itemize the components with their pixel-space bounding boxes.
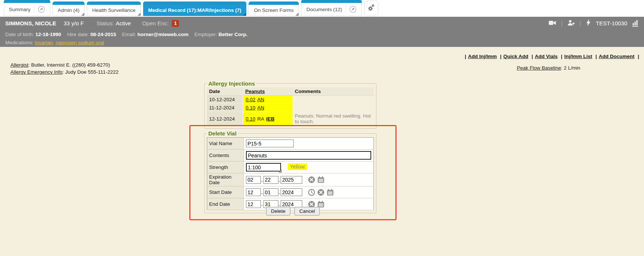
tab-label: On Screen Forms	[254, 7, 294, 13]
start-day-input[interactable]	[263, 188, 278, 196]
col-header-date: Date	[207, 87, 243, 96]
open-in-new-icon[interactable]	[345, 6, 357, 13]
allergy-injections-section: Allergy Injections Date Peanuts Comments…	[204, 80, 376, 129]
clear-date-icon[interactable]	[317, 189, 325, 196]
expiration-year-input[interactable]	[281, 176, 302, 184]
calendar-icon[interactable]	[326, 189, 334, 196]
medication-separator: ,	[53, 40, 54, 45]
tab-summary[interactable]: Summary	[4, 0, 50, 16]
medications-row: Medications: losartan, naproxen sodium o…	[5, 38, 639, 46]
injection-date: 11-12-2024	[207, 104, 243, 112]
add-person-icon[interactable]	[567, 19, 575, 28]
col-header-peanuts: Peanuts	[243, 87, 293, 96]
open-in-new-icon[interactable]	[34, 6, 45, 13]
code-link[interactable]: AN	[257, 105, 264, 111]
strength-input[interactable]	[246, 163, 281, 172]
contents-input[interactable]	[246, 151, 371, 160]
allergist-line: Allergist: Butler, Internist E. ((260) 4…	[10, 61, 119, 68]
peak-flow-link[interactable]: Peak Flow Baseline	[517, 65, 561, 71]
allergy-emergency-link[interactable]: Allergy Emergency Info	[10, 69, 63, 75]
medication-link[interactable]: naproxen sodium oral	[56, 40, 104, 45]
links-divider: |	[638, 54, 639, 59]
reaction-text: RA	[257, 116, 264, 122]
dob-value: 12-18-1990	[35, 32, 61, 37]
status-value: Active	[116, 20, 131, 26]
clear-date-icon[interactable]	[308, 176, 315, 183]
delete-button[interactable]: Delete	[266, 207, 290, 215]
tab-label: Health Surveillance	[92, 7, 135, 13]
tab-label: Admin (4)	[58, 7, 80, 13]
form-buttons: Delete Cancel	[189, 207, 397, 215]
header-divider: |	[580, 20, 581, 27]
patient-id: TEST-10030	[596, 20, 627, 26]
injection-comment	[293, 104, 374, 112]
tab-documents[interactable]: Documents (12)	[301, 0, 362, 16]
resize-grip[interactable]	[246, 163, 281, 172]
dob-label: Date of birth:	[5, 32, 34, 37]
clock-time-icon[interactable]	[308, 189, 315, 196]
start-year-input[interactable]	[281, 188, 302, 196]
video-camera-icon[interactable]	[548, 19, 556, 28]
open-enc-label: Open Enc:	[142, 20, 168, 26]
status-label: Status:	[97, 20, 114, 26]
dose-link[interactable]: 0.10	[246, 105, 255, 111]
lightning-bolt-icon[interactable]	[585, 19, 591, 28]
medication-link[interactable]: losartan	[35, 40, 53, 45]
calendar-icon[interactable]	[317, 176, 325, 183]
form-row-expiration-date: Expiration Date --	[207, 173, 374, 186]
open-encounter-badge[interactable]: 1	[172, 20, 179, 27]
email-value: horner@mieweb.com	[138, 32, 189, 37]
employer-label: Employer:	[195, 32, 217, 37]
links-divider: |	[531, 54, 533, 59]
add-inj-imm-link[interactable]: Add Inj/Imm	[468, 54, 497, 59]
links-divider: |	[561, 54, 562, 59]
tab-health-surveillance[interactable]: Health Surveillance	[87, 1, 141, 16]
tab-admin[interactable]: Admin (4)	[53, 1, 85, 16]
col-header-comments: Comments	[293, 87, 374, 96]
employer-value: Better Corp.	[218, 32, 247, 37]
field-label: Start Date	[207, 186, 244, 198]
section-title: Delete Vial	[207, 130, 238, 137]
delete-vial-section: Delete Vial Vial Name Contents Strength …	[204, 130, 376, 213]
dose-link[interactable]: 0.02	[246, 97, 255, 102]
peak-flow-baseline: Peak Flow Baseline: 2 L/min	[517, 65, 580, 71]
section-title: Allergy Injections	[207, 80, 256, 87]
peanuts-column-link[interactable]: Peanuts	[245, 89, 265, 94]
date-separator: -	[279, 178, 281, 184]
start-month-input[interactable]	[246, 188, 261, 196]
tab-medical-record[interactable]: Medical Record (17):MAR/Injections (7)	[143, 1, 247, 16]
table-row: 11-12-2024 0.10AN	[207, 104, 374, 112]
links-divider: |	[465, 54, 466, 59]
inj-imm-list-link[interactable]: Inj/Imm List	[564, 54, 592, 59]
patient-age-sex: 33 y/o F	[64, 20, 84, 26]
expiration-day-input[interactable]	[263, 176, 278, 184]
patient-header: SIMMONS, NICOLE 33 y/o F Status: Active …	[0, 17, 644, 47]
tab-on-screen-forms[interactable]: On Screen Forms	[249, 1, 299, 16]
settings-gears-button[interactable]	[364, 1, 378, 16]
tab-label: Documents (12)	[306, 7, 342, 12]
delete-vial-form: Vial Name Contents Strength Yellow Expir…	[207, 137, 374, 210]
add-vials-link[interactable]: Add Vials	[535, 54, 558, 59]
code-link[interactable]: IEB	[266, 116, 275, 122]
date-separator: -	[279, 191, 281, 196]
add-document-link[interactable]: Add Document	[599, 54, 634, 59]
injection-dose-cell: 0.10AN	[243, 104, 293, 112]
quick-add-link[interactable]: Quick Add	[503, 54, 528, 59]
strength-color-note: Yellow	[288, 163, 307, 170]
patient-summary-row: SIMMONS, NICOLE 33 y/o F Status: Active …	[5, 17, 639, 30]
cancel-button[interactable]: Cancel	[294, 207, 320, 215]
field-label: Contents	[207, 150, 244, 161]
allergist-value: : Butler, Internist E. ((260) 459-6270)	[28, 62, 110, 68]
injection-comment: Peanuts: Normal red swelling. Hot to tou…	[293, 112, 374, 126]
chart-flowsheet-icon[interactable]	[632, 19, 639, 28]
code-link[interactable]: AN	[257, 97, 264, 102]
vial-name-input[interactable]	[246, 140, 294, 147]
email-label: Email:	[122, 32, 136, 37]
app-window: Summary Admin (4) Health Surveillance Me…	[0, 0, 644, 256]
injection-dose-cell: 0.10RAIEB	[243, 112, 293, 126]
dose-link[interactable]: 0.10	[246, 116, 255, 122]
gears-icon	[367, 4, 375, 13]
expiration-month-input[interactable]	[246, 176, 261, 184]
allergist-link[interactable]: Allergist	[10, 62, 28, 68]
patient-name: SIMMONS, NICOLE	[5, 20, 56, 26]
